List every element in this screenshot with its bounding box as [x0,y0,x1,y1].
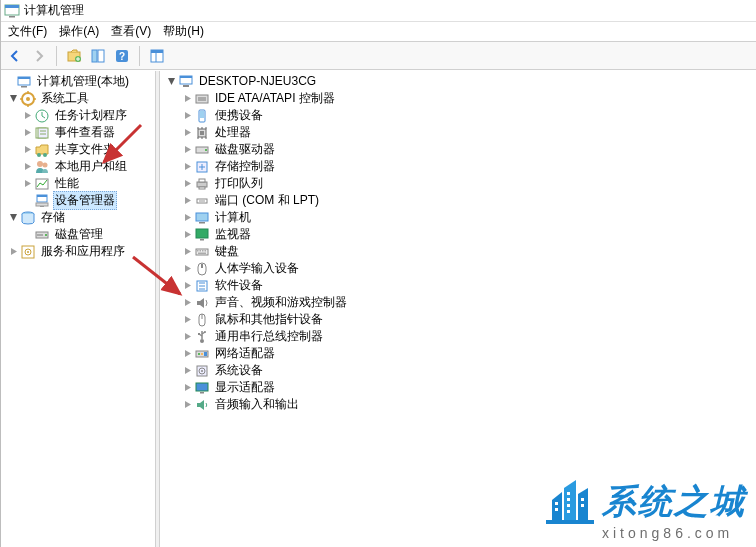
svg-point-92 [201,370,203,372]
device-category[interactable]: 存储控制器 [162,158,756,175]
expand-toggle[interactable] [180,230,194,239]
expand-toggle[interactable] [180,366,194,375]
expand-toggle[interactable] [180,298,194,307]
expand-toggle[interactable] [180,128,194,137]
tree-label: 事件查看器 [53,124,117,141]
expand-toggle[interactable] [180,247,194,256]
device-category[interactable]: 磁盘驱动器 [162,141,756,158]
svg-rect-13 [18,77,30,79]
back-button[interactable] [4,45,26,67]
services-icon [20,244,36,260]
system-tools-icon [20,91,36,107]
expand-toggle[interactable] [180,349,194,358]
device-root[interactable]: DESKTOP-NJEU3CG [162,73,756,90]
expand-toggle[interactable] [180,332,194,341]
expand-toggle[interactable] [180,383,194,392]
expand-toggle[interactable] [180,94,194,103]
device-category[interactable]: 软件设备 [162,277,756,294]
device-category[interactable]: 便携设备 [162,107,756,124]
expand-toggle[interactable] [164,77,178,86]
toolbar: ? [0,42,756,70]
device-category[interactable]: 网络适配器 [162,345,756,362]
tree-performance[interactable]: 性能 [0,175,155,192]
expand-toggle[interactable] [180,264,194,273]
expand-toggle[interactable] [180,315,194,324]
tree-services[interactable]: 服务和应用程序 [0,243,155,260]
device-label: 监视器 [213,226,253,243]
tree-event-viewer[interactable]: 事件查看器 [0,124,155,141]
svg-rect-69 [196,229,208,238]
menu-file[interactable]: 文件(F) [2,21,53,42]
tree-task-scheduler[interactable]: 任务计划程序 [0,107,155,124]
expand-toggle[interactable] [180,213,194,222]
svg-point-87 [198,353,200,355]
svg-point-65 [201,200,203,202]
expand-toggle[interactable] [180,179,194,188]
tree-label: 共享文件夹 [53,141,117,158]
layout-button[interactable] [146,45,168,67]
storage-ctrl-icon [194,159,210,175]
tree-disk-mgmt[interactable]: 磁盘管理 [0,226,155,243]
svg-point-64 [199,200,201,202]
device-label: 音频输入和输出 [213,396,301,413]
window-border [0,0,1,547]
expand-toggle[interactable] [180,196,194,205]
svg-point-16 [26,97,30,101]
tree-local-users[interactable]: 本地用户和组 [0,158,155,175]
tree-system-tools[interactable]: 系统工具 [0,90,155,107]
up-button[interactable] [63,45,85,67]
left-pane[interactable]: 计算机管理(本地) 系统工具 任务计划程序 事件查看器 [0,71,156,547]
tree-shared-folders[interactable]: 共享文件夹 [0,141,155,158]
expand-toggle[interactable] [20,111,34,120]
device-category[interactable]: 显示适配器 [162,379,756,396]
device-category[interactable]: IDE ATA/ATAPI 控制器 [162,90,756,107]
hid-icon [194,261,210,277]
tree-storage[interactable]: 存储 [0,209,155,226]
expand-toggle[interactable] [180,281,194,290]
device-category[interactable]: 系统设备 [162,362,756,379]
expand-toggle[interactable] [20,162,34,171]
device-category[interactable]: 键盘 [162,243,756,260]
menu-help[interactable]: 帮助(H) [157,21,210,42]
svg-rect-76 [198,252,206,254]
svg-rect-98 [567,492,570,495]
svg-rect-60 [197,182,207,187]
expand-toggle[interactable] [20,145,34,154]
show-hide-button[interactable] [87,45,109,67]
expand-toggle[interactable] [180,145,194,154]
right-pane[interactable]: DESKTOP-NJEU3CG IDE ATA/ATAPI 控制器便携设备处理器… [160,71,756,547]
device-category[interactable]: 人体学输入设备 [162,260,756,277]
svg-rect-14 [21,86,27,88]
menu-view[interactable]: 查看(V) [105,21,157,42]
expand-toggle[interactable] [180,111,194,120]
svg-rect-33 [36,203,48,206]
tree-label: 系统工具 [39,90,91,107]
tree-root-computer-mgmt[interactable]: 计算机管理(本地) [0,73,155,90]
device-category[interactable]: 音频输入和输出 [162,396,756,413]
expand-toggle[interactable] [6,247,20,256]
device-category[interactable]: 端口 (COM 和 LPT) [162,192,756,209]
expand-toggle[interactable] [20,128,34,137]
monitor-icon [194,227,210,243]
device-category[interactable]: 监视器 [162,226,756,243]
device-category[interactable]: 鼠标和其他指针设备 [162,311,756,328]
device-category[interactable]: 打印队列 [162,175,756,192]
expand-toggle[interactable] [6,213,20,222]
device-category[interactable]: 计算机 [162,209,756,226]
device-category[interactable]: 通用串行总线控制器 [162,328,756,345]
tree-device-manager[interactable]: 设备管理器 [0,192,155,209]
network-icon [194,346,210,362]
scheduler-icon [34,108,50,124]
device-category[interactable]: 处理器 [162,124,756,141]
disk-icon [194,142,210,158]
expand-toggle[interactable] [180,162,194,171]
device-category[interactable]: 声音、视频和游戏控制器 [162,294,756,311]
menu-action[interactable]: 操作(A) [53,21,105,42]
svg-point-41 [27,251,29,253]
forward-button[interactable] [28,45,50,67]
brand-text: 系统之城 [602,479,746,525]
help-button[interactable]: ? [111,45,133,67]
expand-toggle[interactable] [180,400,194,409]
expand-toggle[interactable] [20,179,34,188]
expand-toggle[interactable] [6,94,20,103]
